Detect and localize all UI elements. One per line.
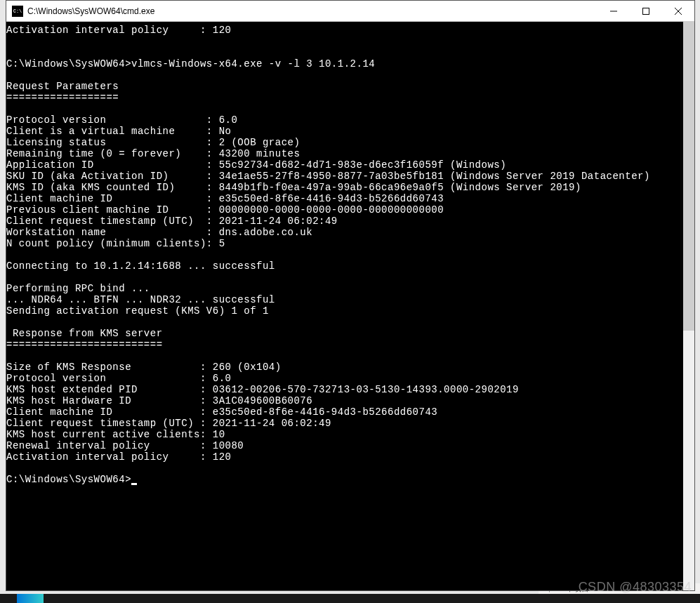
minimize-button[interactable]: [597, 1, 630, 21]
cursor: [131, 483, 137, 485]
cmd-window: C:\ C:\Windows\SysWOW64\cmd.exe Activati…: [6, 0, 695, 591]
window-title: C:\Windows\SysWOW64\cmd.exe: [27, 6, 597, 16]
terminal-area: Activation interval policy : 120 C:\Wind…: [6, 22, 694, 590]
close-button[interactable]: [662, 1, 694, 21]
cmd-icon: C:\: [12, 6, 23, 17]
window-controls: [597, 1, 694, 21]
scroll-thumb[interactable]: [683, 22, 694, 331]
taskbar-fragment: [0, 594, 700, 603]
svg-rect-1: [643, 8, 649, 14]
terminal-output[interactable]: Activation interval policy : 120 C:\Wind…: [6, 22, 683, 590]
watermark: CSDN @48303354: [579, 580, 692, 595]
taskbar-accent: [17, 594, 44, 603]
scrollbar-vertical[interactable]: [683, 22, 694, 590]
maximize-button[interactable]: [630, 1, 662, 21]
title-bar[interactable]: C:\ C:\Windows\SysWOW64\cmd.exe: [6, 1, 694, 22]
